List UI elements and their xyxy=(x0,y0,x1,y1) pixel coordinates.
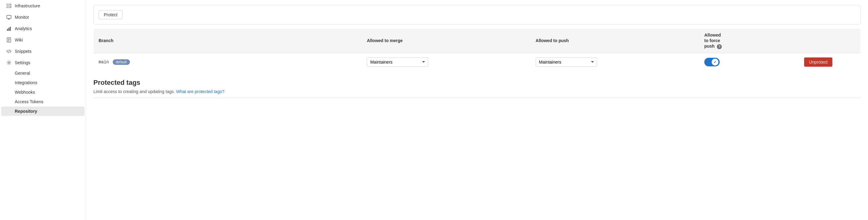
svg-rect-10 xyxy=(10,27,11,30)
sidebar-item-settings[interactable]: Settings xyxy=(1,57,85,68)
th-branch: Branch xyxy=(94,29,362,53)
wiki-icon xyxy=(6,37,12,43)
sidebar-sub-item-access-tokens[interactable]: Access Tokens xyxy=(1,97,85,106)
th-allowed-to-merge: Allowed to merge xyxy=(362,29,530,53)
protect-section: Protect xyxy=(93,5,861,25)
protected-tags-link[interactable]: What are protected tags? xyxy=(176,89,224,94)
push-cell: Maintainers Developers + Maintainers No … xyxy=(531,53,700,71)
toggle-knob: ✓ xyxy=(712,59,718,65)
sidebar-item-wiki[interactable]: Wiki xyxy=(1,34,85,45)
force-push-toggle[interactable]: ✓ xyxy=(704,58,794,66)
unprotect-button[interactable]: Unprotect xyxy=(804,58,833,67)
branch-protection-table: Branch Allowed to merge Allowed to push … xyxy=(93,28,861,71)
th-allowed-to-push: Allowed to push xyxy=(531,29,700,53)
table-header-row: Branch Allowed to merge Allowed to push … xyxy=(94,29,861,53)
sidebar-item-infrastructure-label: Infrastructure xyxy=(15,3,40,8)
force-push-help-icon[interactable]: ? xyxy=(717,44,722,49)
protected-tags-section: Protected tags Limit access to creating … xyxy=(93,78,861,98)
sidebar-sub-access-tokens-label: Access Tokens xyxy=(15,99,43,104)
branch-cell: main default xyxy=(94,53,362,71)
table-row: main default Maintainers Developers + Ma… xyxy=(94,53,861,71)
settings-icon xyxy=(6,60,12,65)
server-icon xyxy=(6,3,12,9)
sidebar-sub-item-repository[interactable]: Repository xyxy=(1,106,85,116)
sidebar-sub-repository-label: Repository xyxy=(15,109,37,114)
branch-name: main xyxy=(99,60,109,65)
svg-rect-8 xyxy=(7,29,8,30)
monitor-icon xyxy=(6,14,12,20)
sidebar-item-analytics[interactable]: Analytics xyxy=(1,23,85,34)
analytics-icon xyxy=(6,26,12,31)
svg-rect-0 xyxy=(7,4,11,5)
sidebar: Infrastructure Monitor Analytics xyxy=(0,0,86,220)
sidebar-sub-item-integrations[interactable]: Integrations xyxy=(1,78,85,87)
allowed-to-push-select[interactable]: Maintainers Developers + Maintainers No … xyxy=(536,58,597,67)
sidebar-item-snippets[interactable]: Snippets xyxy=(1,46,85,57)
sidebar-item-analytics-label: Analytics xyxy=(15,26,32,31)
svg-point-16 xyxy=(8,62,10,64)
sidebar-sub-webhooks-label: Webhooks xyxy=(15,90,35,95)
th-allowed-to-force-push: Allowed to force push ? xyxy=(700,29,799,53)
sidebar-item-wiki-label: Wiki xyxy=(15,37,23,42)
sidebar-item-settings-label: Settings xyxy=(15,60,30,65)
sidebar-sub-item-webhooks[interactable]: Webhooks xyxy=(1,88,85,97)
svg-line-15 xyxy=(9,50,9,53)
force-push-cell: ✓ xyxy=(700,53,799,71)
action-cell: Unprotect xyxy=(799,53,861,71)
main-content: Protect Branch Allowed to merge Allowed … xyxy=(86,0,868,220)
section-divider xyxy=(93,98,861,98)
th-action xyxy=(799,29,861,53)
allowed-to-merge-select[interactable]: Maintainers Developers + Maintainers No … xyxy=(367,58,428,67)
sidebar-sub-item-general[interactable]: General xyxy=(1,68,85,78)
toggle-check-icon: ✓ xyxy=(713,60,717,64)
sidebar-sub-general-label: General xyxy=(15,71,30,75)
protected-tags-title: Protected tags xyxy=(93,78,861,87)
toggle-track[interactable]: ✓ xyxy=(704,58,720,66)
svg-rect-4 xyxy=(7,15,11,19)
sidebar-item-monitor[interactable]: Monitor xyxy=(1,12,85,23)
svg-rect-9 xyxy=(9,28,9,30)
merge-cell: Maintainers Developers + Maintainers No … xyxy=(362,53,530,71)
svg-point-2 xyxy=(10,4,10,5)
sidebar-item-infrastructure[interactable]: Infrastructure xyxy=(1,0,85,11)
svg-rect-1 xyxy=(7,6,11,8)
snippets-icon xyxy=(6,49,12,54)
protected-tags-description: Limit access to creating and updating ta… xyxy=(93,89,861,94)
sidebar-item-monitor-label: Monitor xyxy=(15,15,29,20)
sidebar-item-snippets-label: Snippets xyxy=(15,49,31,54)
default-badge: default xyxy=(113,59,130,65)
protect-button[interactable]: Protect xyxy=(99,10,123,19)
svg-point-3 xyxy=(10,7,10,7)
sidebar-sub-integrations-label: Integrations xyxy=(15,80,37,85)
